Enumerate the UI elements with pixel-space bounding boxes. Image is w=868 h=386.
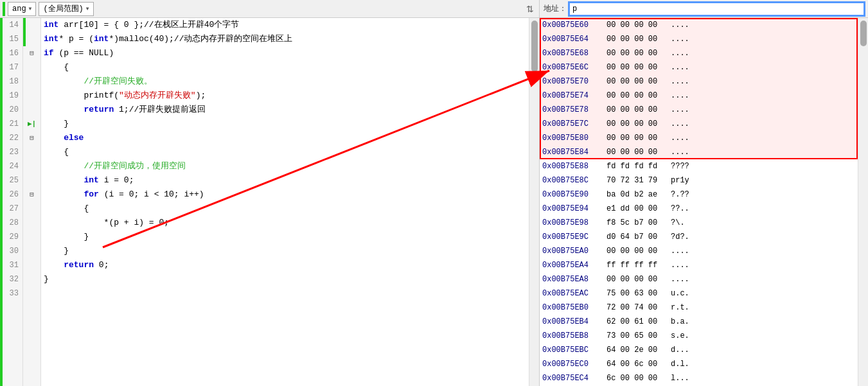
line-num: 22 — [3, 131, 22, 145]
gutter-cell — [23, 60, 40, 75]
token-kw: int — [44, 32, 58, 46]
mem-chars: s.e. — [671, 329, 689, 343]
mem-bytes: 00 00 00 00 — [607, 244, 671, 258]
mem-chars: pr1y — [671, 173, 689, 188]
code-line — [44, 286, 529, 301]
code-area: 1415161718192021222324252627282930313233… — [0, 18, 539, 386]
line-num: 16 — [3, 46, 22, 60]
line-num: 21 — [3, 117, 22, 131]
mem-scroll-thumb — [860, 21, 867, 46]
code-line: for (i = 0; i < 10; i++) — [44, 188, 529, 202]
mem-bytes: 00 00 00 00 — [607, 272, 671, 286]
mem-bytes: 00 00 00 00 — [607, 60, 671, 75]
mem-chars: .... — [671, 244, 689, 258]
code-line: int* p = (int*)malloc(40);//动态内存开辟的空间在堆区… — [44, 32, 529, 46]
mem-bytes: 72 00 74 00 — [607, 301, 671, 315]
mem-row: 0x00B75E98 f8 5c b7 00 ?\. — [540, 216, 868, 230]
mem-addr: 0x00B75EA0 — [542, 244, 607, 258]
mem-bytes: ff ff ff ff — [607, 258, 671, 272]
token-kw-return: return — [84, 103, 114, 117]
mem-row: 0x00B75E70 00 00 00 00 .... — [540, 75, 868, 89]
mem-chars: .... — [671, 75, 689, 89]
token-normal: } — [44, 117, 69, 131]
collapse-icon[interactable]: ⊟ — [30, 131, 34, 145]
mem-bytes: ba 0d b2 ae — [607, 188, 671, 202]
mem-addr: 0x00B75E6C — [542, 60, 607, 75]
mem-chars: d... — [671, 343, 689, 357]
token-normal: 1;//开辟失败提前返回 — [114, 103, 206, 117]
token-normal — [44, 173, 84, 188]
mem-addr: 0x00B75EBC — [542, 343, 607, 357]
line-num: 27 — [3, 202, 22, 216]
memory-toolbar: 地址： — [540, 0, 868, 18]
mem-row: 0x00B75E78 00 00 00 00 .... — [540, 103, 868, 117]
gutter-cell — [23, 173, 40, 188]
token-normal: i = 0; — [99, 173, 134, 188]
memory-content: 0x00B75E60 00 00 00 00 .... 0x00B75E64 0… — [540, 18, 868, 386]
line-num: 28 — [3, 216, 22, 230]
mem-row: 0x00B75E60 00 00 00 00 .... — [540, 18, 868, 32]
token-kw: int — [84, 173, 98, 188]
gutter-cell — [23, 75, 40, 89]
scope-dropdown-1[interactable]: ang ▼ — [8, 2, 36, 16]
scope-label-2: (全局范围) — [43, 3, 83, 14]
mem-row: 0x00B75E80 00 00 00 00 .... — [540, 131, 868, 145]
line-num: 20 — [3, 103, 22, 117]
mem-addr: 0x00B75E98 — [542, 216, 607, 230]
gutter-cell — [23, 202, 40, 216]
mem-bytes: 00 00 00 00 — [607, 18, 671, 32]
mem-chars: .... — [671, 18, 689, 32]
mem-bytes: fd fd fd fd — [607, 159, 671, 173]
scope-dropdown-2[interactable]: (全局范围) ▼ — [39, 2, 93, 16]
code-lines: int arr[10] = { 0 };//在栈区上开辟40个字节int* p … — [41, 18, 529, 386]
code-line: printf("动态内存开辟失败"); — [44, 89, 529, 103]
code-line: int arr[10] = { 0 };//在栈区上开辟40个字节 — [44, 18, 529, 32]
mem-addr: 0x00B75E90 — [542, 188, 607, 202]
mem-addr: 0x00B75E80 — [542, 131, 607, 145]
collapse-icon[interactable]: ⊟ — [30, 46, 34, 60]
code-line: { — [44, 145, 529, 159]
mem-row: 0x00B75EA0 00 00 00 00 .... — [540, 244, 868, 258]
addr-label: 地址： — [544, 3, 567, 14]
mem-chars: .... — [671, 145, 689, 159]
collapse-icon[interactable]: ⊟ — [30, 188, 34, 202]
token-normal: { — [44, 145, 69, 159]
token-kw: for — [84, 188, 98, 202]
mem-bytes: 00 00 00 00 — [607, 46, 671, 60]
code-line: { — [44, 60, 529, 75]
mem-chars: r.t. — [671, 301, 689, 315]
addr-input[interactable] — [569, 3, 864, 15]
gutter-cell — [23, 159, 40, 173]
gutter-cell — [23, 286, 40, 301]
mem-addr: 0x00B75E8C — [542, 173, 607, 188]
mem-bytes: 00 00 00 00 — [607, 32, 671, 46]
mem-row: 0x00B75EA8 00 00 00 00 .... — [540, 272, 868, 286]
token-normal: } — [44, 244, 69, 258]
mem-row: 0x00B75E64 00 00 00 00 .... — [540, 32, 868, 46]
mem-row: 0x00B75EA4 ff ff ff ff .... — [540, 258, 868, 272]
token-normal: *)malloc(40);//动态内存开辟的空间在堆区上 — [109, 32, 292, 46]
mem-chars: .... — [671, 89, 689, 103]
mem-bytes: 64 00 2e 00 — [607, 343, 671, 357]
mem-bytes: 64 00 6c 00 — [607, 357, 671, 371]
memory-scrollbar[interactable] — [858, 18, 868, 386]
line-num: 31 — [3, 258, 22, 272]
code-line: else — [44, 131, 529, 145]
mem-row: 0x00B75EB8 73 00 65 00 s.e. — [540, 329, 868, 343]
scroll-icon-button[interactable]: ⇅ — [524, 3, 536, 15]
mem-addr: 0x00B75E9C — [542, 230, 607, 244]
mem-bytes: 70 72 31 79 — [607, 173, 671, 188]
token-kw: if — [44, 46, 54, 60]
code-toolbar: ang ▼ (全局范围) ▼ ⇅ — [0, 0, 539, 18]
token-normal: } — [44, 230, 89, 244]
code-line: { — [44, 202, 529, 216]
mem-row: 0x00B75E90 ba 0d b2 ae ?.?? — [540, 188, 868, 202]
line-num: 24 — [3, 159, 22, 173]
token-normal — [44, 89, 84, 103]
gutter-cell — [23, 244, 40, 258]
scope-label-1: ang — [12, 4, 26, 13]
code-scrollbar[interactable] — [529, 18, 539, 386]
mem-row: 0x00B75E74 00 00 00 00 .... — [540, 89, 868, 103]
mem-addr: 0x00B75E60 — [542, 18, 607, 32]
token-normal: 0; — [94, 258, 109, 272]
